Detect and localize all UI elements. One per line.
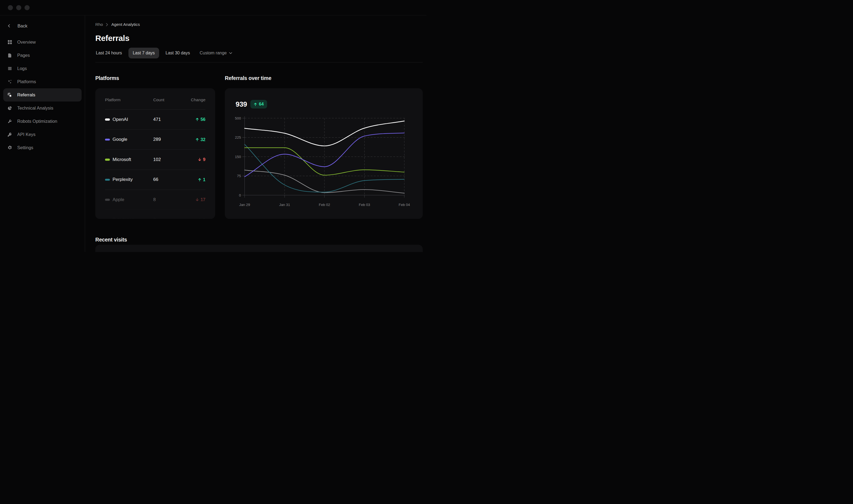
arrow-up-icon <box>196 118 199 121</box>
arrow-up-icon <box>198 178 201 181</box>
key-icon <box>7 132 12 137</box>
platform-name: Perplexity <box>112 177 133 182</box>
platform-color-dot <box>105 119 110 121</box>
platform-name: Microsoft <box>112 157 131 162</box>
svg-text:75: 75 <box>237 174 241 178</box>
table-row: Google28932 <box>105 130 205 150</box>
platform-color-dot <box>105 179 110 181</box>
referrals-line-chart: 075150225500Jan 29Jan 31Feb 02Feb 03Feb … <box>225 88 423 219</box>
platform-color-dot <box>105 219 110 219</box>
svg-text:0: 0 <box>239 193 241 197</box>
platform-count: 66 <box>153 177 185 182</box>
window-control-dot[interactable] <box>8 5 13 10</box>
chevron-down-icon <box>229 52 232 54</box>
tab-last-24-hours[interactable]: Last 24 hours <box>95 48 123 58</box>
sidebar-item-label: Technical Analysis <box>17 106 53 111</box>
svg-text:Feb 02: Feb 02 <box>319 203 330 207</box>
platform-count: 289 <box>153 137 185 142</box>
column-change: Change <box>185 97 205 102</box>
table-row: Microsoft1029 <box>105 150 205 170</box>
back-label: Back <box>18 23 28 29</box>
platform-name: Google <box>112 137 127 142</box>
platform-count: 8 <box>153 197 185 202</box>
sidebar-item-platforms[interactable]: Platforms <box>3 75 81 88</box>
tab-last-7-days[interactable]: Last 7 days <box>128 48 159 58</box>
breadcrumb: Rho Agent Analytics <box>95 22 140 27</box>
svg-text:Feb 04: Feb 04 <box>399 203 410 207</box>
file-icon <box>7 53 12 58</box>
divider <box>95 62 423 62</box>
sidebar-item-overview[interactable]: Overview <box>3 36 81 49</box>
sidebar-item-logs[interactable]: Logs <box>3 62 81 75</box>
sidebar-item-referrals[interactable]: Referrals <box>3 88 81 102</box>
sidebar-item-label: Robots Optimization <box>17 119 57 124</box>
referrals-chart-card: 939 64 075150225500Jan 29Jan 31Feb 02Feb… <box>225 88 423 219</box>
arrow-down-icon <box>196 198 199 201</box>
sidebar-item-label: Pages <box>17 53 30 58</box>
logs-icon <box>7 66 12 71</box>
sidebar-nav: OverviewPagesLogsPlatformsReferralsTechn… <box>0 36 85 154</box>
platform-change: 32 <box>185 137 205 142</box>
change-value: 56 <box>201 117 205 122</box>
recent-visits-section-title: Recent visits <box>95 237 127 242</box>
recent-visits-card <box>95 245 423 252</box>
svg-text:150: 150 <box>235 155 241 159</box>
platform-change: 1 <box>185 177 205 182</box>
window-control-dot[interactable] <box>24 5 30 10</box>
window-control-dot[interactable] <box>16 5 21 10</box>
grid-icon <box>7 40 12 45</box>
sidebar-item-label: Referrals <box>17 92 35 97</box>
platform-name: OpenAI <box>112 117 128 122</box>
sidebar-item-label: Logs <box>17 66 27 71</box>
platform-name: Bytedance <box>112 217 134 219</box>
svg-text:Jan 29: Jan 29 <box>239 203 250 207</box>
breadcrumb-root[interactable]: Rho <box>95 22 103 27</box>
svg-text:225: 225 <box>235 136 241 140</box>
tab-custom-range[interactable]: Custom range <box>199 48 233 58</box>
sidebar-item-settings[interactable]: Settings <box>3 141 81 154</box>
tab-label: Custom range <box>200 51 227 55</box>
platform-count: 102 <box>153 157 185 162</box>
arrow-up-icon <box>196 138 199 141</box>
sidebar-item-robots-optimization[interactable]: Robots Optimization <box>3 115 81 128</box>
sidebar-item-label: Settings <box>17 145 33 150</box>
platform-color-dot <box>105 139 110 141</box>
column-platform: Platform <box>105 97 153 102</box>
wrench-icon <box>7 119 12 124</box>
chevron-left-icon <box>7 23 12 28</box>
table-row: Perplexity661 <box>105 170 205 190</box>
platform-count: 3 <box>153 217 185 219</box>
svg-text:500: 500 <box>235 116 241 120</box>
column-count: Count <box>153 97 185 102</box>
platforms-card: Platform Count Change OpenAI47156Google2… <box>95 88 215 219</box>
sidebar-item-pages[interactable]: Pages <box>3 49 81 62</box>
svg-text:Feb 03: Feb 03 <box>359 203 370 207</box>
tab-label: Last 24 hours <box>96 51 122 55</box>
platforms-table-body[interactable]: OpenAI47156Google28932Microsoft1029Perpl… <box>95 110 215 219</box>
change-value: 32 <box>201 137 205 142</box>
table-row: OpenAI47156 <box>105 110 205 130</box>
platform-count: 471 <box>153 117 185 122</box>
sidebar-item-api-keys[interactable]: API Keys <box>3 128 81 141</box>
chevron-right-icon <box>106 23 108 26</box>
tab-last-30-days[interactable]: Last 30 days <box>165 48 190 58</box>
sidebar-item-technical-analysis[interactable]: Technical Analysis <box>3 102 81 115</box>
change-value: 1 <box>203 177 205 182</box>
breadcrumb-current[interactable]: Agent Analytics <box>111 22 140 27</box>
svg-text:Jan 31: Jan 31 <box>279 203 290 207</box>
sparkles-icon <box>7 79 12 84</box>
table-row: Bytedance31 <box>105 210 205 219</box>
time-range-tabs: Last 24 hoursLast 7 daysLast 30 daysCust… <box>95 48 233 58</box>
sidebar: Back OverviewPagesLogsPlatformsReferrals… <box>0 16 85 252</box>
page-title: Referrals <box>95 33 129 43</box>
platform-change: 1 <box>185 217 205 219</box>
back-button[interactable]: Back <box>0 19 85 32</box>
main-content: Rho Agent Analytics Referrals Last 24 ho… <box>85 16 426 252</box>
platform-color-dot <box>105 199 110 201</box>
platform-change: 56 <box>185 117 205 122</box>
tab-label: Last 7 days <box>133 51 155 55</box>
gear-icon <box>7 145 12 150</box>
arrow-down-icon <box>198 158 201 161</box>
pie-chart-icon <box>7 106 12 111</box>
platform-color-dot <box>105 159 110 161</box>
